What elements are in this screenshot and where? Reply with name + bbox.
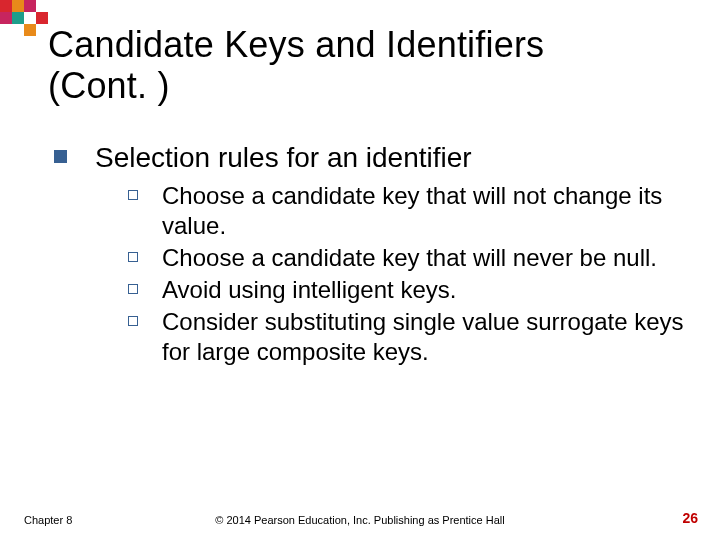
brand-logo <box>0 0 48 40</box>
page-number: 26 <box>682 510 698 526</box>
title-line-2: (Cont. ) <box>48 65 170 106</box>
svg-rect-3 <box>0 12 12 24</box>
square-bullet-icon <box>54 150 67 163</box>
section-heading-row: Selection rules for an identifier <box>40 140 690 175</box>
hollow-square-bullet-icon <box>128 284 138 294</box>
rule-text: Avoid using intelligent keys. <box>162 275 456 305</box>
slide-footer: Chapter 8 © 2014 Pearson Education, Inc.… <box>0 506 720 526</box>
svg-rect-1 <box>12 0 24 12</box>
svg-rect-0 <box>0 0 12 12</box>
rule-text: Choose a candidate key that will never b… <box>162 243 657 273</box>
svg-rect-4 <box>12 12 24 24</box>
svg-rect-5 <box>36 12 48 24</box>
hollow-square-bullet-icon <box>128 252 138 262</box>
rule-text: Choose a candidate key that will not cha… <box>162 181 690 241</box>
svg-rect-2 <box>24 0 36 12</box>
hollow-square-bullet-icon <box>128 190 138 200</box>
list-item: Choose a candidate key that will not cha… <box>128 181 690 241</box>
list-item: Choose a candidate key that will never b… <box>128 243 690 273</box>
section-heading: Selection rules for an identifier <box>95 140 472 175</box>
rule-text: Consider substituting single value surro… <box>162 307 690 367</box>
copyright-text: © 2014 Pearson Education, Inc. Publishin… <box>0 514 720 526</box>
list-item: Consider substituting single value surro… <box>128 307 690 367</box>
list-item: Avoid using intelligent keys. <box>128 275 690 305</box>
svg-rect-6 <box>24 24 36 36</box>
title-line-1: Candidate Keys and Identifiers <box>48 24 544 65</box>
rules-list: Choose a candidate key that will not cha… <box>128 181 690 367</box>
slide-title: Candidate Keys and Identifiers (Cont. ) <box>48 24 544 107</box>
slide-body: Selection rules for an identifier Choose… <box>40 140 690 369</box>
hollow-square-bullet-icon <box>128 316 138 326</box>
